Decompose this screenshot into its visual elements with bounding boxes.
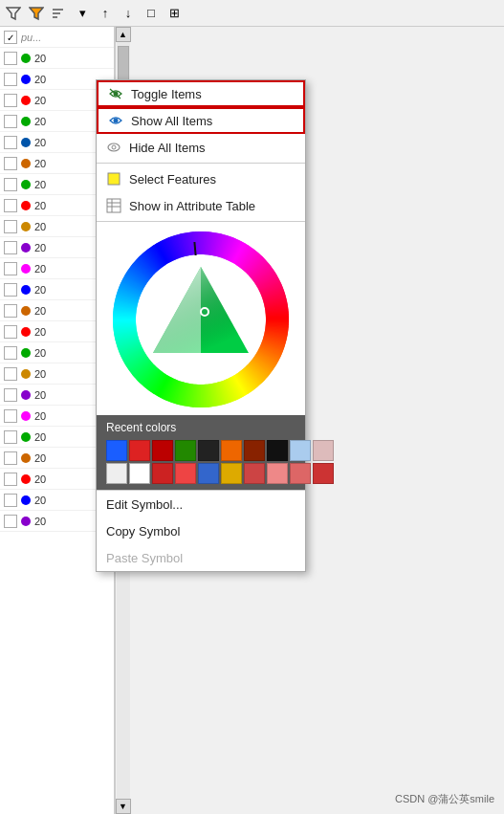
row-checkbox[interactable] xyxy=(4,515,17,528)
header-checkbox[interactable] xyxy=(4,31,17,44)
svg-marker-1 xyxy=(30,8,43,19)
menu-label-toggle: Toggle Items xyxy=(131,87,202,101)
list-item[interactable]: 20 xyxy=(0,48,114,69)
row-label: 20 xyxy=(34,221,46,232)
toolbar-icon-down[interactable]: ↓ xyxy=(119,4,138,23)
color-swatch[interactable] xyxy=(313,463,334,484)
row-checkbox[interactable] xyxy=(4,388,17,402)
svg-marker-18 xyxy=(153,267,201,353)
row-checkbox[interactable] xyxy=(4,430,17,444)
copy-symbol-item[interactable]: Copy Symbol xyxy=(97,517,305,544)
color-swatch[interactable] xyxy=(152,463,173,484)
color-dot xyxy=(21,495,31,505)
toolbar-icon-filter2[interactable] xyxy=(27,4,46,23)
menu-item-hide-all[interactable]: Hide All Items xyxy=(97,134,305,161)
toolbar-icon-box[interactable]: □ xyxy=(142,4,161,23)
color-dot xyxy=(21,222,31,231)
row-checkbox[interactable] xyxy=(4,325,17,339)
main-panel: pu... 20 20 20 20 20 20 20 20 20 20 20 2… xyxy=(0,27,504,814)
svg-point-7 xyxy=(114,119,119,123)
color-dot xyxy=(21,54,31,63)
color-swatch[interactable] xyxy=(290,440,311,461)
toolbar-icon-up[interactable]: ↑ xyxy=(96,4,115,23)
row-label: 20 xyxy=(34,368,46,380)
color-swatch[interactable] xyxy=(221,440,242,461)
select-icon xyxy=(106,171,121,187)
color-swatch[interactable] xyxy=(129,440,150,461)
row-checkbox[interactable] xyxy=(4,199,17,212)
layer-header-row: pu... xyxy=(0,27,114,48)
row-checkbox[interactable] xyxy=(4,178,17,191)
color-swatch[interactable] xyxy=(313,440,334,461)
scroll-down-arrow[interactable]: ▼ xyxy=(116,799,131,814)
row-label: 20 xyxy=(34,347,46,359)
row-label: 20 xyxy=(34,305,46,317)
color-swatch[interactable] xyxy=(267,463,288,484)
toolbar-icon-filter[interactable] xyxy=(4,4,23,23)
color-swatch[interactable] xyxy=(175,440,196,461)
row-label: 20 xyxy=(34,326,46,338)
color-swatch[interactable] xyxy=(244,440,265,461)
color-dot xyxy=(21,327,31,337)
edit-symbol-item[interactable]: Edit Symbol... xyxy=(97,491,305,517)
svg-point-8 xyxy=(108,143,120,151)
row-label: 20 xyxy=(34,179,46,190)
color-swatch[interactable] xyxy=(244,463,265,484)
color-dot xyxy=(21,75,31,84)
row-checkbox[interactable] xyxy=(4,241,17,254)
row-checkbox[interactable] xyxy=(4,346,17,360)
color-triangle[interactable] xyxy=(143,262,258,377)
color-swatch[interactable] xyxy=(198,440,219,461)
menu-item-toggle[interactable]: Toggle Items xyxy=(97,80,305,107)
color-wheel-cursor[interactable] xyxy=(200,307,209,317)
row-checkbox[interactable] xyxy=(4,136,17,149)
row-checkbox[interactable] xyxy=(4,409,17,423)
color-dot xyxy=(21,517,31,526)
recent-colors-title: Recent colors xyxy=(106,421,296,434)
row-checkbox[interactable] xyxy=(4,115,17,128)
menu-item-select[interactable]: Select Features xyxy=(97,165,305,192)
color-swatch[interactable] xyxy=(106,440,127,461)
color-swatch[interactable] xyxy=(267,440,288,461)
color-swatch[interactable] xyxy=(129,463,150,484)
row-label: 20 xyxy=(34,410,46,422)
row-checkbox[interactable] xyxy=(4,283,17,297)
row-checkbox[interactable] xyxy=(4,494,17,507)
row-checkbox[interactable] xyxy=(4,220,17,233)
toolbar-icon-sort[interactable] xyxy=(50,4,69,23)
color-swatch[interactable] xyxy=(106,463,127,484)
scroll-up-arrow[interactable]: ▲ xyxy=(116,27,131,42)
color-dot xyxy=(21,390,31,400)
menu-separator-2 xyxy=(97,221,305,222)
row-checkbox[interactable] xyxy=(4,52,17,65)
color-dot xyxy=(21,285,31,295)
row-label: 20 xyxy=(34,200,46,211)
toolbar-icon-box2[interactable]: ⊞ xyxy=(164,4,184,23)
row-checkbox[interactable] xyxy=(4,451,17,465)
row-label: 20 xyxy=(34,158,46,169)
color-swatch[interactable] xyxy=(175,463,196,484)
color-dot xyxy=(21,369,31,379)
toolbar-icon-dropdown[interactable]: ▾ xyxy=(73,4,92,23)
paste-symbol-item[interactable]: Paste Symbol xyxy=(97,544,305,571)
row-checkbox[interactable] xyxy=(4,94,17,107)
color-swatch[interactable] xyxy=(198,463,219,484)
color-wheel-wrapper[interactable] xyxy=(110,229,292,410)
row-checkbox[interactable] xyxy=(4,262,17,275)
menu-item-show-all[interactable]: Show All Items xyxy=(97,107,305,134)
color-dot xyxy=(21,348,31,358)
color-dot xyxy=(21,201,31,210)
color-wheel-section[interactable] xyxy=(97,224,305,415)
scroll-thumb[interactable] xyxy=(118,46,129,84)
menu-item-show-table[interactable]: Show in Attribute Table xyxy=(97,192,305,219)
row-checkbox[interactable] xyxy=(4,367,17,381)
row-checkbox[interactable] xyxy=(4,73,17,86)
row-checkbox[interactable] xyxy=(4,157,17,170)
row-checkbox[interactable] xyxy=(4,473,17,486)
color-swatch[interactable] xyxy=(152,440,173,461)
row-checkbox[interactable] xyxy=(4,304,17,318)
color-swatch[interactable] xyxy=(221,463,242,484)
color-swatch[interactable] xyxy=(290,463,311,484)
row-label: 20 xyxy=(34,95,46,106)
svg-rect-11 xyxy=(107,199,121,212)
